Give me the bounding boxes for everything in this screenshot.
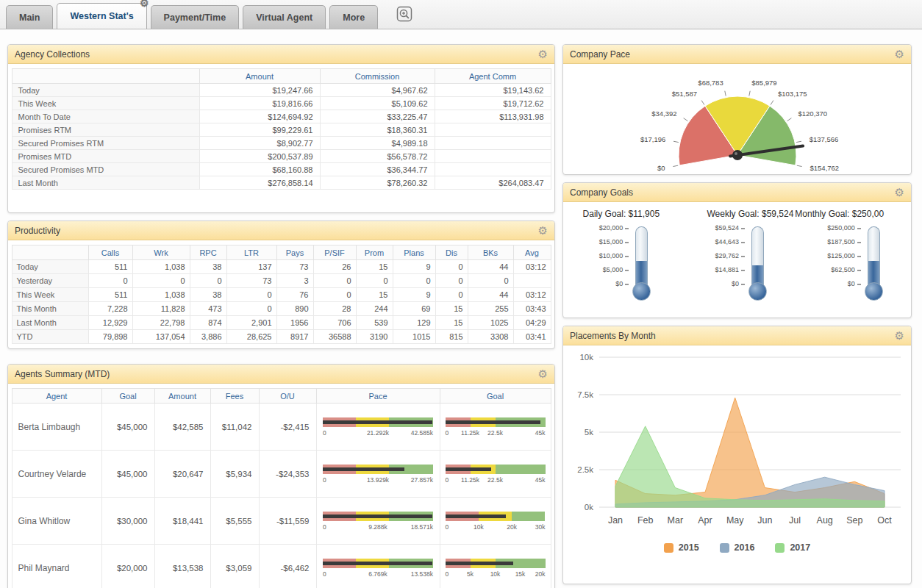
cell-fees: $3,059 — [210, 545, 259, 588]
tab-label: More — [343, 12, 365, 23]
tab-payment-time[interactable]: Payment/Time — [151, 5, 240, 29]
chart-legend: 2015 2016 2017 — [563, 542, 911, 553]
svg-text:$103,175: $103,175 — [778, 90, 807, 98]
goal-bullet-chart: 010k20k30k — [446, 512, 546, 531]
svg-text:$120,370: $120,370 — [798, 110, 827, 118]
tab-settings-icon[interactable]: ⚙ — [140, 0, 149, 9]
thermometer-gauge: $250,000$187,500$125,000$62,500$0 — [795, 226, 911, 303]
thermometer-scale: $59,524$44,643$29,762$14,881$0 — [707, 226, 748, 288]
column-header: RPC — [190, 245, 226, 260]
cell-amount: $20,647 — [154, 451, 210, 498]
cell-ltr: 2,901 — [226, 316, 276, 330]
agent-name: Gina Whitlow — [12, 498, 101, 545]
cell-wrk: 1,038 — [132, 260, 190, 274]
zoom-plus-icon[interactable] — [396, 6, 412, 22]
svg-text:Jun: Jun — [757, 515, 772, 526]
agent-name: Courtney Velarde — [12, 451, 101, 498]
cell-ltr: 137 — [226, 260, 276, 274]
cell-plans: 129 — [393, 316, 435, 330]
legend-item[interactable]: 2016 — [720, 542, 755, 553]
cell-agent-comm: $19,143.62 — [435, 84, 551, 97]
settings-icon[interactable]: ⚙ — [538, 49, 548, 60]
cell-commission: $36,344.77 — [320, 163, 435, 176]
cell-over-under: -$11,559 — [259, 498, 316, 545]
goal-label: Monthly Goal: $250,00 — [795, 209, 911, 219]
tab-main[interactable]: Main — [6, 5, 53, 29]
column-header: O/U — [259, 389, 316, 404]
legend-swatch — [664, 543, 673, 553]
cell-ltr: 0 — [226, 302, 276, 316]
panel-agents-summary: Agents Summary (MTD) ⚙ Agent Goal Amount… — [7, 364, 555, 588]
legend-item[interactable]: 2015 — [664, 542, 699, 553]
cell-goal: $45,000 — [101, 404, 154, 451]
tab-bar: Main Western Stat's ⚙ Payment/Time Virtu… — [0, 0, 922, 29]
agent-row: Gina Whitlow $30,000 $18,441 $5,555 -$11… — [12, 498, 551, 545]
cell-rpc: 473 — [190, 302, 226, 316]
tab-western-stats[interactable]: Western Stat's ⚙ — [57, 3, 146, 29]
cell-over-under: -$2,415 — [259, 404, 316, 451]
column-header: Goal — [101, 389, 154, 404]
svg-text:2.5k: 2.5k — [577, 465, 593, 474]
cell-prom: 15 — [356, 260, 393, 274]
settings-icon[interactable]: ⚙ — [895, 330, 904, 341]
cell-pays: 73 — [276, 260, 313, 274]
cell-psif: 0 — [313, 288, 356, 302]
cell-avg — [513, 274, 551, 288]
svg-text:Mar: Mar — [667, 515, 683, 526]
cell-pays: 1956 — [276, 316, 313, 330]
cell-ltr: 73 — [226, 274, 276, 288]
panel-agency-collections: Agency Collections ⚙ Amount Commission A… — [7, 44, 555, 213]
cell-avg: 03:41 — [513, 330, 551, 344]
cell-wrk: 0 — [132, 274, 190, 288]
svg-text:May: May — [726, 515, 743, 526]
cell-pays: 890 — [276, 302, 313, 316]
goal-label: Daily Goal: $11,905 — [563, 209, 679, 219]
agent-name: Phil Maynard — [12, 545, 101, 588]
thermometer-bulb — [865, 282, 883, 301]
panel-header: Placements By Month ⚙ — [563, 326, 911, 345]
cell-bks: 44 — [468, 288, 513, 302]
svg-text:$85,979: $85,979 — [751, 79, 776, 87]
cell-plans: 9 — [393, 260, 435, 274]
cell-ltr: 0 — [226, 288, 276, 302]
pace-bullet-chart: 09.288k18.571k — [323, 512, 433, 531]
svg-text:$154,762: $154,762 — [810, 164, 839, 172]
tab-more[interactable]: More — [329, 5, 378, 29]
cell-plans: 1015 — [393, 330, 435, 344]
column-header — [12, 245, 88, 260]
thermometer-tube — [751, 226, 764, 285]
row-label: Today — [12, 84, 199, 97]
cell-goal: $20,000 — [101, 545, 154, 588]
table-row: Promises RTM $99,229.61 $18,360.31 — [12, 123, 551, 137]
row-label: This Week — [12, 288, 88, 302]
pace-bullet-chart: 06.769k13.538k — [323, 559, 433, 578]
row-label: Promises RTM — [12, 123, 199, 137]
svg-text:Feb: Feb — [637, 515, 653, 526]
svg-text:Jul: Jul — [789, 515, 801, 526]
column-header: Wrk — [132, 245, 190, 260]
table-row: Last Month 12,929 22,798 874 2,901 1956 … — [12, 316, 551, 330]
legend-item[interactable]: 2017 — [775, 542, 810, 553]
area-chart: 0k2.5k5k7.5k10kJanFebMarAprMayJunJulAugS… — [570, 351, 905, 532]
thermometer-scale: $250,000$187,500$125,000$62,500$0 — [823, 226, 864, 288]
cell-agent-comm: $113,931.98 — [435, 110, 551, 123]
panel-header: Agency Collections ⚙ — [8, 45, 554, 64]
cell-plans: 0 — [393, 274, 435, 288]
cell-avg: 03:12 — [513, 260, 551, 274]
settings-icon[interactable]: ⚙ — [538, 225, 548, 236]
cell-amount: $124,694.92 — [199, 110, 320, 123]
row-label: Today — [12, 260, 88, 274]
cell-amount: $99,229.61 — [199, 123, 320, 137]
table-header-row: Agent Goal Amount Fees O/U Pace Goal — [12, 389, 551, 404]
settings-icon[interactable]: ⚙ — [538, 368, 548, 379]
panel-title: Placements By Month — [570, 331, 656, 341]
settings-icon[interactable]: ⚙ — [895, 187, 904, 198]
column-header: Amount — [154, 389, 210, 404]
row-label: Secured Promises RTM — [12, 137, 199, 150]
agent-name: Berta Limbaugh — [12, 404, 101, 451]
tab-virtual-agent[interactable]: Virtual Agent — [243, 5, 326, 29]
table-row: Today 511 1,038 38 137 73 26 15 9 0 44 0… — [12, 260, 551, 274]
settings-icon[interactable]: ⚙ — [895, 49, 904, 60]
legend-label: 2016 — [735, 542, 755, 553]
agent-row: Phil Maynard $20,000 $13,538 $3,059 -$6,… — [12, 545, 551, 588]
